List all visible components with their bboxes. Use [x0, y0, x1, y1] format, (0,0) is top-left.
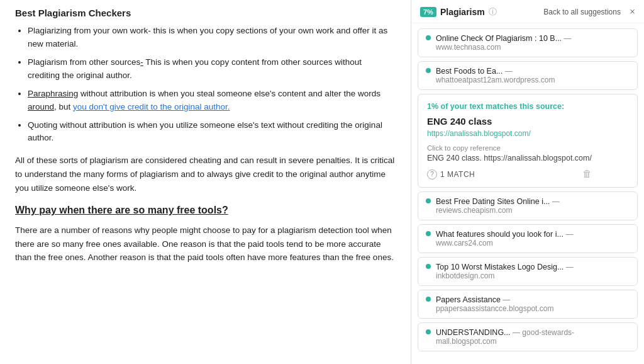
sidebar-title: Plagiarism	[440, 7, 485, 17]
match-count: ? 1 MATCH	[427, 169, 475, 179]
section-heading: Why pay when there are so many free tool…	[15, 205, 396, 216]
bullet-item-2: Plagiarism from other sources- This is w…	[28, 56, 396, 82]
source-card-3[interactable]: Best Foods to Ea... — whattoeatpast12am.…	[418, 61, 638, 90]
source-title-5: What features should you look for i... —…	[436, 230, 630, 247]
source-dot-5	[426, 231, 431, 236]
source-card-8[interactable]: UNDERSTANDING... — good-stewards-mall.bl…	[418, 322, 638, 351]
info-icon[interactable]: ⓘ	[489, 6, 497, 18]
bullet-item-1: Plagiarizing from your own work- this is…	[28, 25, 396, 51]
source-list: Online Check Of Plagiarism : 10 B... — w…	[411, 23, 644, 356]
back-link[interactable]: Back to all suggestions	[543, 8, 621, 16]
copy-ref-label: Click to copy reference	[427, 144, 592, 152]
source-title-1: Online Check Of Plagiarism : 10 B... — w…	[436, 34, 630, 52]
source-title-3: Best Foods to Ea... — whattoeatpast12am.…	[436, 67, 630, 84]
source-card-5[interactable]: What features should you look for i... —…	[418, 224, 638, 253]
main-content: Best Plagiarism Checkers Plagiarizing fr…	[0, 0, 411, 364]
paraphrasing-word: Paraphrasing	[28, 89, 78, 98]
sidebar-header-left: 7% Plagiarism ⓘ	[420, 6, 497, 18]
match-source-link[interactable]: https://analissah.blogspot.com/	[427, 129, 592, 138]
source-card-4[interactable]: Best Free Dating Sites Online i... — rev…	[418, 191, 638, 220]
source-dot-8	[426, 329, 431, 334]
question-icon[interactable]: ?	[427, 169, 437, 179]
source-title-7: Papers Assistance — ppapersaassistancce.…	[436, 295, 630, 313]
para-2: There are a number of reasons why people…	[15, 224, 396, 264]
source-title-6: Top 10 Worst Mistakes Logo Desig... — in…	[436, 263, 630, 280]
expanded-inner: 1% of your text matches this source: ENG…	[418, 94, 601, 187]
bullet-list: Plagiarizing from your own work- this is…	[28, 25, 396, 145]
source-title-8: UNDERSTANDING... — good-stewards-mall.bl…	[436, 328, 630, 346]
source-card-1[interactable]: Online Check Of Plagiarism : 10 B... — w…	[418, 28, 638, 57]
delete-icon[interactable]: 🗑	[582, 169, 592, 179]
match-percent: 1% of your text matches this source:	[427, 102, 592, 111]
match-source-title: ENG 240 class	[427, 116, 592, 127]
source-dot-3	[426, 68, 431, 73]
bullet-item-4: Quoting without attribution is when you …	[28, 119, 396, 145]
source-title-4: Best Free Dating Sites Online i... — rev…	[436, 197, 630, 215]
source-dot-1	[426, 35, 431, 40]
match-footer: ? 1 MATCH 🗑	[427, 169, 592, 179]
source-card-expanded[interactable]: 1% of your text matches this source: ENG…	[418, 94, 638, 188]
source-card-7[interactable]: Papers Assistance — ppapersaassistancce.…	[418, 290, 638, 319]
source-dot-7	[426, 297, 431, 302]
copy-ref-text: ENG 240 class. https://analissah.blogspo…	[427, 154, 592, 162]
source-dot-4	[426, 198, 431, 203]
close-button[interactable]: ×	[630, 6, 635, 18]
source-card-6[interactable]: Top 10 Worst Mistakes Logo Desig... — in…	[418, 257, 638, 286]
para-1: All of these sorts of plagiarism are con…	[15, 154, 396, 195]
source-dot-6	[426, 264, 431, 269]
sidebar-header: 7% Plagiarism ⓘ Back to all suggestions …	[411, 0, 644, 23]
highlighted-text: you don't give credit to the original au…	[73, 102, 230, 111]
match-label: 1 MATCH	[440, 170, 475, 179]
plagiarism-badge: 7%	[420, 7, 436, 17]
plagiarism-sidebar: 7% Plagiarism ⓘ Back to all suggestions …	[411, 0, 644, 364]
around-word: around	[28, 102, 54, 111]
bullet-item-3: Paraphrasing without attribution is when…	[28, 88, 396, 114]
article-heading: Best Plagiarism Checkers	[15, 8, 396, 18]
